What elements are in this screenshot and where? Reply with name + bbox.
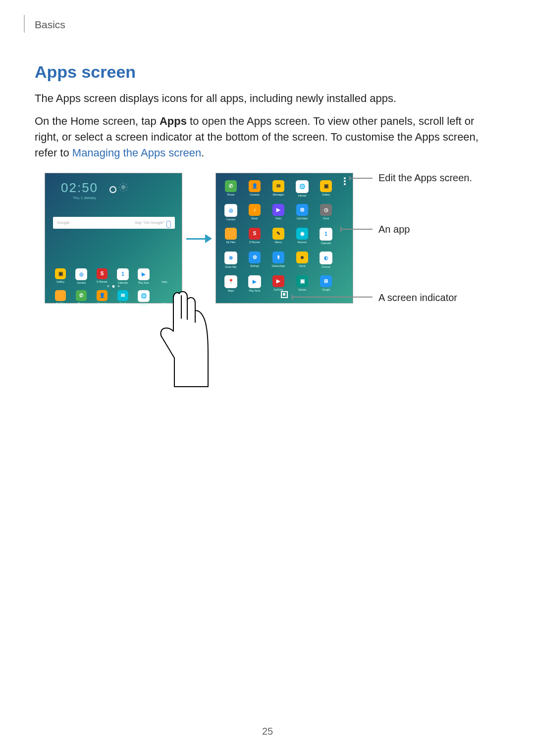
callout-tick: [292, 295, 293, 300]
apps-icon[interactable]: Apps: [159, 268, 170, 284]
screen-indicator-icon[interactable]: [281, 291, 288, 298]
search-left-label: Google: [57, 217, 70, 229]
memo-icon-glyph: ✎: [272, 228, 284, 240]
my-files-icon-glyph: [225, 228, 237, 240]
video-icon-glyph: ▶: [272, 204, 284, 216]
phone-icon[interactable]: ✆Phone: [223, 180, 239, 197]
weather-dot-icon: [109, 186, 116, 193]
messages-icon[interactable]: ✉Messages: [270, 180, 286, 197]
callout-line: [350, 178, 373, 179]
play-store-icon-label: Play Store: [247, 289, 263, 292]
play-store-icon-glyph: ▶: [138, 268, 150, 280]
dot-active-icon[interactable]: [112, 285, 115, 288]
s-planner-icon-glyph: S: [97, 268, 107, 279]
page-dots[interactable]: [107, 285, 120, 288]
clock-widget: 02:50: [61, 180, 98, 196]
page-number: 25: [262, 726, 273, 737]
camera-icon-glyph: ◎: [75, 268, 87, 280]
google-folder-icon-label: Google: [318, 288, 334, 291]
my-files-icon[interactable]: My Files: [55, 290, 66, 306]
apps-icon-glyph: [159, 268, 170, 279]
callout-tick: [340, 227, 341, 232]
settings-icon-glyph: ⚙: [249, 252, 261, 263]
internet-icon[interactable]: 🌐Internet: [138, 290, 149, 306]
email-icon[interactable]: ✉Email: [117, 290, 128, 306]
clock-date: Thu, 1 January: [73, 196, 96, 200]
galaxy-apps-icon[interactable]: ⬆GalaxyApps: [270, 252, 286, 268]
youtube-icon[interactable]: ▶YouTube: [270, 275, 286, 292]
calculator-icon-label: Calculator: [294, 217, 310, 220]
calendar-icon[interactable]: 1Calendar: [117, 268, 128, 284]
smart-manager-icon[interactable]: ⊛Smart Mgr: [223, 252, 239, 268]
contacts-icon-glyph: 👤: [97, 290, 107, 301]
contacts-icon[interactable]: 👤Contacts: [247, 180, 263, 197]
svg-line-8: [126, 184, 127, 185]
memo-icon[interactable]: ✎Memo: [270, 228, 286, 245]
play-games-icon-label: Games: [294, 288, 310, 291]
music-icon-label: Music: [247, 217, 263, 220]
mic-icon[interactable]: [166, 221, 171, 228]
music-icon-glyph: ♪: [249, 204, 261, 216]
apps-screen: ✆Phone👤Contacts✉Messages🌐Internet▣Galler…: [215, 173, 353, 303]
s-planner-icon[interactable]: SS Planner: [247, 228, 263, 245]
calendar-icon-glyph: 1: [320, 228, 332, 241]
s-planner-icon[interactable]: SS Planner: [97, 268, 107, 284]
camera-icon[interactable]: ◎Camera: [76, 268, 87, 284]
contacts-icon-label: Contacts: [247, 193, 263, 196]
game-icon[interactable]: ☻Game: [294, 252, 310, 268]
internet-icon[interactable]: 🌐Internet: [294, 180, 310, 197]
svg-line-7: [120, 190, 121, 191]
hancom-icon-label: Hancom: [294, 241, 310, 244]
home-dock-row-2: My Files✆Phone👤Contacts✉Email🌐InternetAp…: [55, 290, 170, 306]
play-store-icon[interactable]: ▶Play Store: [247, 275, 263, 292]
camera-icon[interactable]: ◎Camera: [223, 204, 239, 221]
calculator-icon-glyph: ⊞: [296, 204, 308, 216]
memo-icon-label: Memo: [270, 241, 286, 244]
clock-icon[interactable]: ◷Clock: [318, 204, 334, 221]
settings-icon-label: Settings: [247, 264, 263, 267]
play-store-icon[interactable]: ▶Play Store: [138, 268, 149, 284]
dot-icon[interactable]: [118, 285, 120, 287]
camera-icon-label: Camera: [76, 281, 87, 284]
s-planner-icon-label: S Planner: [97, 280, 107, 283]
google-folder-icon[interactable]: ⊞Google: [318, 275, 334, 292]
video-icon[interactable]: ▶Video: [270, 204, 286, 221]
phone-icon[interactable]: ✆Phone: [76, 290, 87, 306]
settings-icon[interactable]: ⚙Settings: [247, 252, 263, 268]
contacts-icon[interactable]: 👤Contacts: [97, 290, 107, 306]
chrome-icon[interactable]: ◐Chrome: [318, 252, 334, 268]
play-store-icon-glyph: ▶: [248, 275, 261, 288]
phone-icon-glyph: ✆: [76, 290, 87, 301]
chrome-icon-glyph: ◐: [320, 252, 332, 264]
play-games-icon[interactable]: ▣Games: [294, 275, 310, 292]
dot-icon[interactable]: [107, 285, 109, 287]
gallery-icon[interactable]: ▣Gallery: [318, 180, 334, 197]
managing-apps-link[interactable]: Managing the Apps screen: [72, 147, 202, 159]
google-search-bar[interactable]: Google Say "Ok Google": [53, 217, 175, 229]
p2-end: .: [201, 147, 204, 159]
apps-drawer-icon-label: Apps: [159, 302, 170, 305]
hancom-icon[interactable]: ◉Hancom: [294, 228, 310, 245]
calculator-icon[interactable]: ⊞Calculator: [294, 204, 310, 221]
gallery-icon-label: Gallery: [55, 280, 66, 283]
more-menu-icon[interactable]: [344, 177, 346, 179]
smart-manager-icon-label: Smart Mgr: [223, 265, 239, 268]
gallery-icon[interactable]: ▣Gallery: [55, 268, 66, 284]
music-icon[interactable]: ♪Music: [247, 204, 263, 221]
weather-sun-icon: [118, 182, 128, 192]
camera-icon-label: Camera: [223, 218, 239, 221]
callout-screen-indicator: A screen indicator: [378, 292, 457, 304]
calendar-icon[interactable]: 1Calendar: [318, 228, 334, 245]
search-right-label: Say "Ok Google": [135, 217, 164, 229]
figure-area: 02:50 Thu, 1 January Google Say "Ok Goog…: [35, 170, 500, 427]
calendar-icon-glyph: 1: [117, 268, 129, 280]
apps-icon-label: Apps: [159, 280, 170, 283]
clock-icon-glyph: ◷: [320, 204, 332, 216]
maps-icon[interactable]: 📍Maps: [223, 275, 239, 292]
my-files-icon[interactable]: My Files: [223, 228, 239, 245]
header-section-label: Basics: [35, 19, 65, 31]
youtube-icon-glyph: ▶: [272, 275, 284, 287]
paragraph-1: The Apps screen displays icons for all a…: [35, 91, 500, 106]
apps-drawer-icon[interactable]: Apps: [159, 290, 170, 306]
apps-grid: ✆Phone👤Contacts✉Messages🌐Internet▣Galler…: [223, 180, 334, 292]
